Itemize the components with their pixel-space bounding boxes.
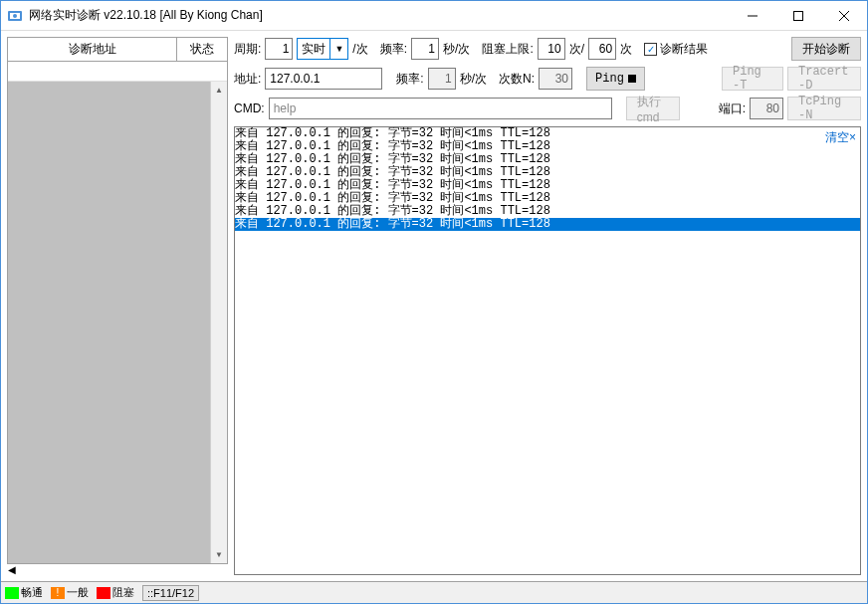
ping-button[interactable]: Ping bbox=[586, 67, 645, 91]
stop-square-icon bbox=[628, 75, 636, 83]
column-address[interactable]: 诊断地址 bbox=[8, 38, 177, 61]
port-label: 端口: bbox=[719, 101, 746, 117]
status-normal-label: 一般 bbox=[67, 585, 89, 600]
titlebar: 网络实时诊断 v22.10.18 [All By Kiong Chan] bbox=[1, 1, 867, 31]
freq-label-2: 频率: bbox=[396, 71, 423, 88]
status-swatch-orange: ! bbox=[51, 587, 65, 599]
settings-row-1: 周期: 实时 ▼ /次 频率: 秒/次 阻塞上限: 次/ 次 ✓ bbox=[234, 37, 861, 61]
left-panel: 诊断地址 状态 ▲ ▼ ◀ bbox=[7, 37, 228, 575]
freq-input-1[interactable] bbox=[411, 38, 439, 60]
address-list-header: 诊断地址 状态 bbox=[7, 37, 228, 62]
per-time-label: /次 bbox=[352, 41, 367, 58]
period-mode-combo[interactable]: 实时 ▼ bbox=[297, 38, 348, 60]
ping-t-button[interactable]: Ping -T bbox=[722, 67, 783, 91]
freq-label-1: 频率: bbox=[380, 41, 407, 58]
period-input[interactable] bbox=[265, 38, 293, 60]
window-title: 网络实时诊断 v22.10.18 [All By Kiong Chan] bbox=[29, 7, 730, 24]
tcping-n-button[interactable]: TcPing -N bbox=[787, 97, 861, 120]
address-list-empty[interactable]: ▲ ▼ bbox=[8, 82, 227, 563]
settings-row-2: 地址: 频率: 秒/次 次数N: Ping Ping -T Tracert -D bbox=[234, 67, 861, 91]
tracert-d-button[interactable]: Tracert -D bbox=[787, 67, 861, 91]
app-icon bbox=[7, 8, 23, 24]
scroll-down-button[interactable]: ▼ bbox=[211, 546, 227, 563]
output-line[interactable]: 来自 127.0.0.1 的回复: 字节=32 时间<1ms TTL=128 bbox=[235, 218, 860, 231]
left-scrollbar[interactable]: ▲ ▼ bbox=[210, 82, 227, 563]
output-panel: 清空× 来自 127.0.0.1 的回复: 字节=32 时间<1ms TTL=1… bbox=[234, 126, 861, 575]
address-list-body: ▲ ▼ bbox=[7, 62, 228, 564]
right-panel: 周期: 实时 ▼ /次 频率: 秒/次 阻塞上限: 次/ 次 ✓ bbox=[234, 37, 861, 575]
settings-row-3: CMD: 执行cmd 端口: TcPing -N bbox=[234, 97, 861, 120]
block-unit-2: 次 bbox=[620, 41, 632, 58]
hotkey-hint: ::F11/F12 bbox=[142, 585, 199, 601]
block-unit-1: 次/ bbox=[569, 41, 584, 58]
address-input-row bbox=[8, 62, 227, 82]
status-smooth-label: 畅通 bbox=[21, 585, 43, 600]
scroll-track[interactable] bbox=[211, 99, 227, 546]
checkbox-icon: ✓ bbox=[644, 43, 657, 56]
clear-output-link[interactable]: 清空× bbox=[825, 129, 856, 146]
left-indicator-icon: ◀ bbox=[7, 564, 17, 575]
period-label: 周期: bbox=[234, 41, 261, 58]
address-input[interactable] bbox=[265, 68, 382, 90]
count-n-input bbox=[539, 68, 572, 90]
freq-unit-2: 秒/次 bbox=[460, 71, 487, 88]
svg-rect-4 bbox=[794, 11, 803, 20]
status-swatch-green bbox=[5, 587, 19, 599]
start-diagnosis-button[interactable]: 开始诊断 bbox=[791, 37, 861, 61]
column-status[interactable]: 状态 bbox=[177, 38, 227, 61]
cmd-label: CMD: bbox=[234, 101, 265, 115]
scroll-up-button[interactable]: ▲ bbox=[211, 82, 227, 99]
output-lines[interactable]: 来自 127.0.0.1 的回复: 字节=32 时间<1ms TTL=128来自… bbox=[235, 127, 860, 231]
execute-cmd-button[interactable]: 执行cmd bbox=[626, 97, 680, 120]
ping-button-label: Ping bbox=[595, 72, 624, 86]
minimize-button[interactable] bbox=[730, 1, 775, 31]
address-new-input[interactable] bbox=[8, 62, 227, 81]
address-label: 地址: bbox=[234, 71, 261, 88]
svg-point-2 bbox=[13, 14, 17, 18]
content-area: 诊断地址 状态 ▲ ▼ ◀ 周期: bbox=[1, 31, 867, 581]
count-n-label: 次数N: bbox=[499, 71, 535, 88]
block-limit-input-2[interactable] bbox=[588, 38, 616, 60]
freq-unit-1: 秒/次 bbox=[443, 41, 470, 58]
statusbar: 畅通 ! 一般 阻塞 ::F11/F12 bbox=[1, 581, 867, 603]
diag-result-label: 诊断结果 bbox=[660, 41, 708, 58]
combo-text: 实时 bbox=[298, 41, 329, 58]
diag-result-checkbox[interactable]: ✓ 诊断结果 bbox=[644, 41, 708, 58]
status-blocked-label: 阻塞 bbox=[112, 585, 134, 600]
app-window: 网络实时诊断 v22.10.18 [All By Kiong Chan] 诊断地… bbox=[0, 0, 868, 604]
port-input bbox=[750, 98, 783, 119]
maximize-button[interactable] bbox=[775, 1, 821, 31]
block-limit-input-1[interactable] bbox=[538, 38, 565, 60]
freq-input-2 bbox=[428, 68, 456, 90]
chevron-down-icon: ▼ bbox=[329, 39, 347, 59]
close-button[interactable] bbox=[821, 1, 867, 31]
status-swatch-red bbox=[97, 587, 110, 599]
block-limit-label: 阻塞上限: bbox=[482, 41, 533, 58]
cmd-input[interactable] bbox=[269, 98, 612, 119]
